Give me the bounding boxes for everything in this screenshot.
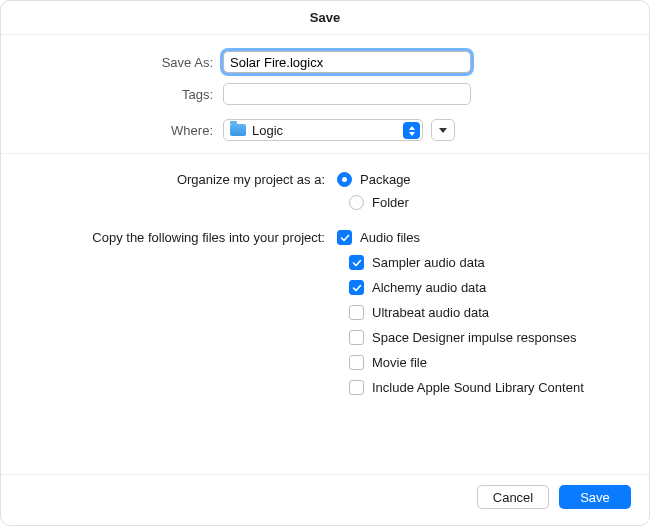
checkbox-apple-library[interactable] — [349, 380, 364, 395]
where-value: Logic — [252, 123, 283, 138]
where-row: Where: Logic — [23, 119, 627, 141]
radio-folder[interactable] — [349, 195, 364, 210]
checkbox-sampler[interactable] — [349, 255, 364, 270]
checkbox-space-designer[interactable] — [349, 330, 364, 345]
window-title: Save — [1, 1, 649, 35]
tags-input[interactable] — [223, 83, 471, 105]
options-section: Organize my project as a: Package Folder… — [1, 154, 649, 413]
organize-row-folder: Folder — [23, 195, 627, 210]
checkbox-label-3: Ultrabeat audio data — [372, 305, 489, 320]
checkbox-alchemy[interactable] — [349, 280, 364, 295]
cancel-button[interactable]: Cancel — [477, 485, 549, 509]
chevron-down-icon — [439, 128, 447, 133]
save-dialog: Save Save As: Tags: Where: Logic — [0, 0, 650, 526]
checkbox-label-2: Alchemy audio data — [372, 280, 486, 295]
tags-label: Tags: — [23, 87, 223, 102]
organize-label: Organize my project as a: — [23, 172, 337, 187]
copy-row-2: Alchemy audio data — [23, 280, 627, 295]
updown-icon — [403, 122, 420, 139]
checkbox-label-6: Include Apple Sound Library Content — [372, 380, 584, 395]
copy-row-5: Movie file — [23, 355, 627, 370]
where-select[interactable]: Logic — [223, 119, 423, 141]
checkbox-label-0: Audio files — [360, 230, 420, 245]
tags-row: Tags: — [23, 83, 627, 105]
radio-folder-label: Folder — [372, 195, 409, 210]
checkbox-label-4: Space Designer impulse responses — [372, 330, 577, 345]
footer: Cancel Save — [1, 474, 649, 525]
radio-package[interactable] — [337, 172, 352, 187]
checkbox-ultrabeat[interactable] — [349, 305, 364, 320]
save-as-row: Save As: — [23, 51, 627, 73]
save-as-label: Save As: — [23, 55, 223, 70]
organize-row: Organize my project as a: Package — [23, 172, 627, 187]
checkbox-label-5: Movie file — [372, 355, 427, 370]
copy-row-0: Copy the following files into your proje… — [23, 230, 627, 245]
checkbox-audio-files[interactable] — [337, 230, 352, 245]
folder-icon — [230, 124, 246, 136]
copy-row-6: Include Apple Sound Library Content — [23, 380, 627, 395]
copy-row-3: Ultrabeat audio data — [23, 305, 627, 320]
save-as-input[interactable] — [223, 51, 471, 73]
where-label: Where: — [23, 123, 223, 138]
checkbox-label-1: Sampler audio data — [372, 255, 485, 270]
copy-row-4: Space Designer impulse responses — [23, 330, 627, 345]
copy-row-1: Sampler audio data — [23, 255, 627, 270]
save-button[interactable]: Save — [559, 485, 631, 509]
checkbox-movie[interactable] — [349, 355, 364, 370]
expand-button[interactable] — [431, 119, 455, 141]
copy-files-label: Copy the following files into your proje… — [23, 230, 337, 245]
radio-package-label: Package — [360, 172, 411, 187]
top-section: Save As: Tags: Where: Logic — [1, 35, 649, 153]
